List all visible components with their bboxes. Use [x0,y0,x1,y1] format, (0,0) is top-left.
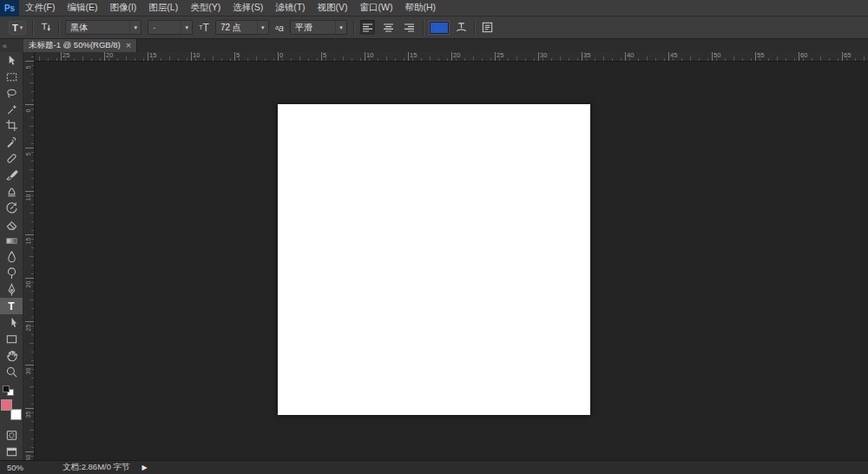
hand-tool[interactable] [0,347,23,364]
pen-tool[interactable] [0,281,23,298]
quick-selection-tool[interactable] [0,102,23,118]
font-style-select[interactable]: - ▾ [148,20,193,35]
tick-major [365,52,365,61]
warp-text-icon[interactable] [455,21,468,34]
tick-major [538,52,539,61]
screen-mode-button[interactable] [0,444,23,460]
menu-bar: Ps 文件(F) 编辑(E) 图像(I) 图层(L) 类型(Y) 选择(S) 滤… [0,0,868,16]
align-center-button[interactable] [381,20,396,35]
menu-file[interactable]: 文件(F) [19,0,61,16]
document-canvas[interactable] [278,104,590,415]
menu-image[interactable]: 图像(I) [103,0,142,16]
text-color-swatch[interactable] [430,22,449,34]
tick-major [191,52,192,61]
vtick-label: 5 [25,149,31,160]
tick-minor [794,58,795,61]
font-family-select[interactable]: 黑体 ▾ [65,20,141,35]
font-family-value: 黑体 [70,22,126,34]
status-popup-arrow-icon[interactable]: ▶ [142,464,148,471]
menu-help[interactable]: 帮助(H) [399,0,443,16]
dodge-icon [5,267,18,280]
vertical-ruler[interactable]: 50510152025303540 [23,52,35,460]
tick-minor [187,58,187,61]
tick-minor [707,58,708,61]
menu-filter[interactable]: 滤镜(T) [269,0,311,16]
rectangular-marquee-tool[interactable] [0,69,23,85]
align-right-button[interactable] [402,20,417,35]
document-tab[interactable]: 未标题-1 @ 50%(RGB/8) × [23,39,137,52]
type-tool[interactable]: T [0,298,23,314]
menu-view[interactable]: 视图(V) [312,0,354,16]
tick-label: 15 [410,52,417,59]
crop-tool[interactable] [0,118,23,135]
dodge-tool[interactable] [0,265,23,281]
horizontal-ruler[interactable]: 25201510505101520253035404550556065 [35,52,868,62]
menu-select[interactable]: 选择(S) [227,0,269,16]
tick-minor [577,58,578,61]
tick-minor [74,58,75,61]
eraser-tool[interactable] [0,216,23,233]
vtick-minor [30,386,34,387]
default-colors-button[interactable] [3,385,14,397]
tick-major [799,52,799,61]
menu-type[interactable]: 类型(Y) [184,0,227,16]
menu-edit[interactable]: 编辑(E) [61,0,103,16]
history-brush-tool[interactable] [0,200,23,216]
zoom-tool[interactable] [0,364,23,380]
vtick-minor [30,343,34,344]
font-size-select[interactable]: 72 点 ▾ [215,20,269,35]
tick-label: 10 [366,52,373,59]
zoom-level-field[interactable]: 50% [0,463,52,472]
tick-minor [621,58,621,61]
menu-layer[interactable]: 图层(L) [142,0,184,16]
blur-tool[interactable] [0,249,23,266]
rectangle-tool[interactable] [0,331,23,347]
tab-close-icon[interactable]: × [126,42,131,49]
eyedropper-tool[interactable] [0,134,23,150]
gradient-tool[interactable] [0,233,23,249]
text-orientation-icon[interactable] [39,21,52,34]
gradient-icon [5,234,18,247]
clone-stamp-tool[interactable] [0,183,23,200]
hand-icon [5,349,18,362]
preset-dropdown-arrow-icon: ▾ [20,24,23,31]
move-tool[interactable] [0,52,23,69]
vtick-minor [31,412,34,413]
spot-healing-brush-tool[interactable] [0,150,23,167]
align-left-button[interactable] [360,20,375,35]
tick-minor [760,58,760,61]
anti-alias-select[interactable]: 平滑 ▾ [290,20,347,35]
toolbar-collapse-button[interactable]: « [0,39,23,52]
zoom-icon [5,365,18,379]
toggle-panels-icon[interactable] [481,21,494,34]
lasso-tool[interactable] [0,85,23,102]
align-left-icon [362,23,373,33]
tick-minor [516,56,517,61]
vtick-minor [30,256,34,257]
vtick-minor [31,143,34,144]
foreground-color-swatch[interactable] [1,399,12,411]
menu-window[interactable]: 窗口(W) [354,0,399,16]
vtick-minor [31,273,34,274]
brush-tool[interactable] [0,167,23,183]
path-selection-tool[interactable] [0,314,23,331]
tick-minor [447,58,448,61]
tick-minor [569,58,569,61]
vtick-minor [31,221,34,222]
align-right-icon [404,23,415,33]
tick-major [104,52,105,61]
font-style-dropdown-arrow-icon: ▾ [181,21,192,34]
tick-minor [126,56,127,61]
anti-alias-icon-large: a [279,23,284,33]
tick-minor [386,56,387,61]
separator [32,20,33,36]
vtick-minor [31,352,34,352]
tick-minor [690,56,691,61]
quick-mask-button[interactable] [0,427,23,444]
tool-preset-picker[interactable]: T ▾ [9,21,26,35]
tick-minor [499,58,500,61]
font-style-value: - [153,23,177,32]
tick-minor [673,58,674,61]
tick-minor [829,58,830,61]
tick-minor [664,58,665,61]
